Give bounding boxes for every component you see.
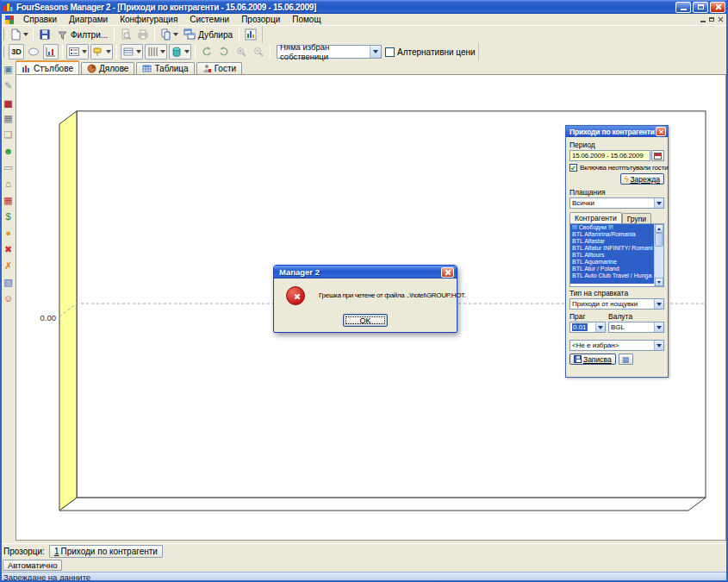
axis-labels-button[interactable] (43, 44, 59, 59)
hotel-icon[interactable]: ⌂ (2, 177, 16, 191)
counterparties-list: !!! Свободни !!! BTL Alfamrina/Romania B… (569, 223, 664, 287)
list-item[interactable]: BTL Auto Club Travel / Hunga (570, 272, 654, 279)
chevron-down-icon[interactable] (654, 322, 663, 332)
save-report-button[interactable]: Записва (569, 354, 616, 365)
mdi-close-icon[interactable] (718, 16, 724, 22)
no-payment-icon[interactable]: ✖ (2, 242, 16, 256)
marks-button[interactable] (90, 44, 113, 59)
report-type-select-value: Приходи от нощувки (572, 300, 638, 308)
automatic-button[interactable]: Автоматично (3, 560, 62, 571)
filters-button[interactable]: Филтри... (54, 27, 110, 42)
toggle-3d-button[interactable]: 3D (9, 44, 24, 59)
load-button[interactable]: ϟ Зарежда (620, 173, 664, 185)
tab-counterparties[interactable]: Контрагенти (569, 212, 622, 223)
tab-groups[interactable]: Групи (622, 213, 651, 223)
chevron-down-icon[interactable] (654, 198, 663, 208)
tab-guests[interactable]: Гости (196, 62, 242, 74)
list-item[interactable]: BTL Alltours (570, 252, 654, 259)
guest-chart-icon[interactable]: ☺ (2, 291, 16, 305)
occupancy-table-icon[interactable]: ▦ (2, 193, 16, 207)
print-button[interactable] (135, 27, 151, 42)
list-item[interactable]: !!! Свободни !!! (570, 224, 654, 231)
vertical-grid-button[interactable] (145, 44, 167, 59)
copy-pages-icon[interactable]: ❏ (2, 128, 16, 141)
list-item[interactable]: BTL Atur / Poland (570, 266, 654, 272)
calculator-icon[interactable]: ▦ (2, 111, 16, 125)
currency-icon[interactable]: $ (2, 210, 16, 223)
include-guests-option[interactable]: ✔ Включва неотпътували гости (569, 164, 664, 172)
dialog-close-button[interactable] (441, 267, 454, 278)
chevron-down-icon[interactable] (370, 46, 381, 58)
scroll-down-icon[interactable] (655, 278, 663, 286)
bar-style-button[interactable] (169, 44, 191, 59)
minimize-button[interactable] (675, 2, 691, 13)
tab-bars[interactable]: Стълбове (16, 60, 79, 74)
menu-item-windows[interactable]: Прозорци (235, 15, 286, 24)
period-input[interactable]: 15.06.2009 - 15.06.2009 (569, 150, 650, 161)
mdi-minimize-icon[interactable] (700, 21, 706, 22)
rotate-right-button[interactable] (216, 44, 232, 59)
alt-prices-checkbox[interactable] (385, 47, 395, 57)
include-guests-checkbox[interactable]: ✔ (569, 164, 577, 172)
tab-pie[interactable]: Дялове (81, 62, 134, 74)
save-button[interactable] (37, 27, 53, 42)
zoom-in-button[interactable] (233, 44, 249, 59)
currency-select[interactable]: BGL (608, 322, 664, 333)
close-button[interactable] (710, 2, 725, 13)
menu-item-help[interactable]: Помощ (286, 15, 327, 24)
cascade-windows-icon[interactable]: ▣ (2, 62, 16, 76)
payments-select[interactable]: Всички (569, 197, 664, 209)
horizontal-grid-button[interactable] (121, 44, 143, 59)
list-item[interactable]: BTL Alfamrina/Romania (570, 231, 654, 238)
menu-item-configuration[interactable]: Конфигурация (114, 15, 184, 24)
mdi-restore-icon[interactable] (709, 17, 714, 22)
list-item[interactable]: BTL Alfatur INFINITY/ Romani (570, 245, 654, 252)
list-scrollbar[interactable] (654, 224, 663, 286)
chevron-down-icon[interactable] (654, 341, 663, 350)
menu-item-system[interactable]: Системни (184, 15, 235, 24)
chevron-down-icon[interactable] (595, 322, 605, 332)
menu-item-diagrams[interactable]: Диаграми (63, 15, 114, 24)
duplicate-button[interactable]: Дублира (181, 27, 235, 42)
currency-value: BGL (611, 323, 625, 331)
list-item[interactable]: BTL Alfastar (570, 238, 654, 245)
threshold-label: Праг (569, 312, 608, 321)
panel-title-bar[interactable]: Приходи по контрагенти (566, 126, 668, 137)
template-select[interactable]: <Не е избран> (569, 340, 664, 351)
toolbar-grip[interactable] (2, 28, 4, 41)
no-price-icon[interactable]: ✗ (2, 259, 16, 272)
price-report-icon[interactable]: ▧ (2, 275, 16, 289)
scrollbar-thumb[interactable] (655, 233, 663, 247)
threshold-select[interactable]: 0.01 (569, 322, 606, 333)
ok-button[interactable]: OK (343, 314, 388, 327)
chart-view-button[interactable] (243, 27, 258, 42)
copy-button[interactable] (159, 27, 179, 42)
dialog-title-bar[interactable]: Manager 2 (274, 266, 457, 278)
rotate-left-button[interactable] (199, 44, 215, 59)
owner-select[interactable]: Няма избран собственици (277, 45, 382, 59)
zoom-out-button[interactable] (251, 44, 266, 59)
calendar-button[interactable] (651, 150, 664, 161)
chevron-down-icon[interactable] (654, 299, 663, 309)
report-type-select[interactable]: Приходи от нощувки (569, 298, 664, 310)
shape-button[interactable] (26, 44, 41, 59)
list-item[interactable]: BTL Aquamarine (570, 259, 654, 266)
toolbar-grip[interactable] (2, 46, 4, 58)
alt-prices-option[interactable]: Алтернативни цени (385, 47, 476, 57)
scroll-up-icon[interactable] (655, 224, 663, 233)
print-preview-button[interactable] (118, 27, 134, 42)
close-icon (714, 3, 721, 10)
payments-icon[interactable]: ● (2, 226, 16, 240)
chart-report-icon[interactable]: ▅ (2, 95, 16, 109)
window-tab-button[interactable]: 1 Приходи по контрагенти (49, 545, 163, 558)
tab-table[interactable]: Таблица (136, 62, 194, 74)
printer-tool-icon[interactable]: ▭ (2, 160, 16, 174)
legend-button[interactable] (66, 44, 89, 59)
guests-icon[interactable]: ☻ (2, 144, 16, 158)
export-report-icon[interactable]: ✎ (2, 78, 16, 92)
new-report-button[interactable] (9, 27, 29, 42)
menu-item-reports[interactable]: Справки (17, 15, 63, 24)
restore-button[interactable] (693, 2, 708, 13)
grid-view-button[interactable]: ▦ (619, 354, 633, 365)
panel-close-button[interactable] (656, 127, 666, 136)
